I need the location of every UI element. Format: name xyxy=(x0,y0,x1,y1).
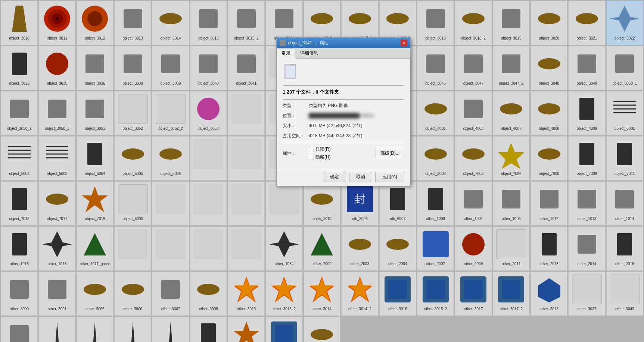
file-icon-section xyxy=(283,63,404,81)
dialog-titlebar: object_3041, ... 属性 × xyxy=(277,38,410,48)
properties-dialog: object_3041, ... 属性 × 常规 详细信息 xyxy=(276,37,411,186)
hidden-label: 隐藏(H) xyxy=(315,154,331,160)
location-value: ████████████████火影OL xyxy=(309,113,404,119)
file-count-row: 1,237 个文件，0 个文件夹 xyxy=(283,89,404,95)
hidden-checkbox[interactable] xyxy=(309,155,314,160)
dialog-footer: 确定 取消 应用(A) xyxy=(277,168,410,186)
disk-label: 占用空间： xyxy=(283,133,309,139)
cancel-button[interactable]: 取消 xyxy=(349,172,372,182)
type-label: 类型： xyxy=(283,103,309,109)
size-label: 大小： xyxy=(283,123,309,129)
advanced-button[interactable]: 高级(D)... xyxy=(376,149,404,158)
hidden-row: 隐藏(H) xyxy=(309,154,376,160)
divider-2 xyxy=(283,99,404,100)
disk-value: 42.8 MB (44,924,928 字节) xyxy=(309,133,404,139)
dialog-body: 1,237 个文件，0 个文件夹 类型： 类型均为 PNG 图像 位置： ███… xyxy=(277,59,410,168)
location-label: 位置： xyxy=(283,113,309,119)
folder-icon xyxy=(280,40,286,46)
readonly-row: 只读(R) xyxy=(309,146,376,153)
size-value: 40.5 MB (42,540,824 字节) xyxy=(309,123,404,129)
dialog-close-button[interactable]: × xyxy=(401,40,407,46)
size-row: 大小： 40.5 MB (42,540,824 字节) xyxy=(283,123,404,129)
attr-section: 属性： 只读(R) 隐藏(H) 高级(D)... xyxy=(283,146,404,160)
readonly-checkbox[interactable] xyxy=(309,147,314,152)
svg-rect-130 xyxy=(286,65,295,78)
ok-button[interactable]: 确定 xyxy=(323,172,346,182)
type-value: 类型均为 PNG 图像 xyxy=(309,103,404,109)
dialog-overlay: object_3041, ... 属性 × 常规 详细信息 xyxy=(0,0,644,342)
disk-row: 占用空间： 42.8 MB (44,924,928 字节) xyxy=(283,133,404,139)
file-count-value: 1,237 个文件，0 个文件夹 xyxy=(283,89,339,95)
dialog-tabs: 常规 详细信息 xyxy=(277,48,410,59)
type-row: 类型： 类型均为 PNG 图像 xyxy=(283,103,404,109)
apply-button[interactable]: 应用(A) xyxy=(375,172,404,182)
tab-general[interactable]: 常规 xyxy=(277,48,295,59)
dialog-title: object_3041, ... 属性 xyxy=(288,40,329,46)
location-row: 位置： ████████████████火影OL xyxy=(283,113,404,119)
tab-details[interactable]: 详细信息 xyxy=(295,48,323,58)
readonly-label: 只读(R) xyxy=(315,146,331,153)
dialog-titlebar-left: object_3041, ... 属性 xyxy=(280,40,329,46)
attr-label: 属性： xyxy=(283,150,309,157)
divider-1 xyxy=(283,85,404,86)
checkboxes: 只读(R) 隐藏(H) xyxy=(309,146,376,160)
file-type-icon xyxy=(283,63,301,81)
divider-3 xyxy=(283,143,404,143)
